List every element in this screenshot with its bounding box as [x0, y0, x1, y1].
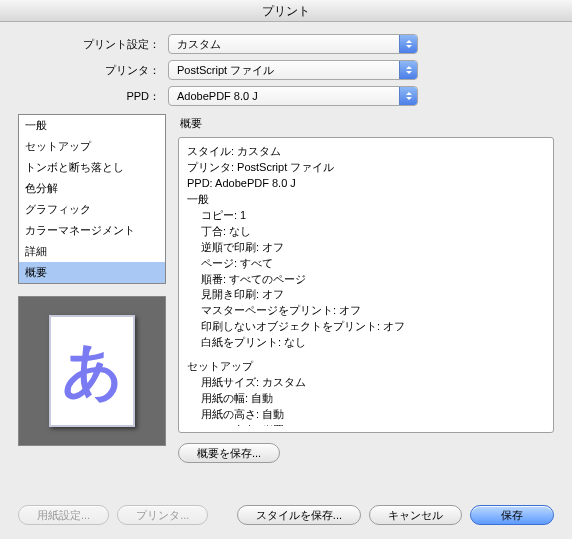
printer-button[interactable]: プリンタ...	[117, 505, 208, 525]
print-dialog: プリント プリント設定： カスタム プリンタ： PostScript ファイル …	[0, 0, 572, 539]
cancel-button[interactable]: キャンセル	[369, 505, 462, 525]
summary-line: スタイル: カスタム	[187, 144, 545, 160]
summary-line: 用紙の高さ: 自動	[187, 407, 545, 423]
printer-select[interactable]: PostScript ファイル	[168, 60, 418, 80]
page-preview: あ	[18, 296, 166, 446]
print-setting-select[interactable]: カスタム	[168, 34, 418, 54]
printer-value: PostScript ファイル	[177, 63, 274, 78]
category-item[interactable]: 一般	[19, 115, 165, 136]
footer: 用紙設定... プリンタ... スタイルを保存... キャンセル 保存	[18, 505, 554, 525]
page-setup-button[interactable]: 用紙設定...	[18, 505, 109, 525]
print-setting-value: カスタム	[177, 37, 221, 52]
page-thumbnail: あ	[49, 315, 135, 427]
category-item[interactable]: カラーマネージメント	[19, 220, 165, 241]
summary-line: コピー: 1	[187, 208, 545, 224]
preview-glyph: あ	[62, 331, 123, 412]
summary-line: 用紙サイズ: カスタム	[187, 375, 545, 391]
summary-line: 印刷しないオブジェクトをプリント: オフ	[187, 319, 545, 335]
save-summary-button[interactable]: 概要を保存...	[178, 443, 280, 463]
summary-box: スタイル: カスタム プリンタ: PostScript ファイル PPD: Ad…	[178, 137, 554, 433]
ppd-label: PPD：	[18, 89, 168, 104]
summary-header: 一般	[187, 192, 545, 208]
summary-line: 白紙をプリント: なし	[187, 335, 545, 351]
summary-line: マスターページをプリント: オフ	[187, 303, 545, 319]
updown-icon	[399, 87, 417, 105]
summary-line: 見開き印刷: オフ	[187, 287, 545, 303]
summary-line: 用紙の幅: 自動	[187, 391, 545, 407]
printer-label: プリンタ：	[18, 63, 168, 78]
updown-icon	[399, 35, 417, 53]
ppd-select[interactable]: AdobePDF 8.0 J	[168, 86, 418, 106]
summary-line: 丁合: なし	[187, 224, 545, 240]
save-button[interactable]: 保存	[470, 505, 554, 525]
category-item[interactable]: トンボと断ち落とし	[19, 157, 165, 178]
summary-line: PPD: AdobePDF 8.0 J	[187, 176, 545, 192]
ppd-value: AdobePDF 8.0 J	[177, 90, 258, 102]
section-title: 概要	[180, 116, 554, 131]
updown-icon	[399, 61, 417, 79]
print-setting-label: プリント設定：	[18, 37, 168, 52]
category-item[interactable]: 色分解	[19, 178, 165, 199]
category-item[interactable]: 概要	[19, 262, 165, 283]
category-list[interactable]: 一般セットアップトンボと断ち落とし色分解グラフィックカラーマネージメント詳細概要	[18, 114, 166, 284]
summary-line: 順番: すべてのページ	[187, 272, 545, 288]
save-style-button[interactable]: スタイルを保存...	[237, 505, 361, 525]
category-item[interactable]: グラフィック	[19, 199, 165, 220]
category-item[interactable]: セットアップ	[19, 136, 165, 157]
summary-line: ページ方向: 縦置き	[187, 423, 545, 426]
summary-line: 逆順で印刷: オフ	[187, 240, 545, 256]
summary-header: セットアップ	[187, 359, 545, 375]
summary-scroll[interactable]: スタイル: カスタム プリンタ: PostScript ファイル PPD: Ad…	[187, 144, 549, 426]
window-title: プリント	[0, 0, 572, 22]
summary-line: ページ: すべて	[187, 256, 545, 272]
category-item[interactable]: 詳細	[19, 241, 165, 262]
summary-line: プリンタ: PostScript ファイル	[187, 160, 545, 176]
